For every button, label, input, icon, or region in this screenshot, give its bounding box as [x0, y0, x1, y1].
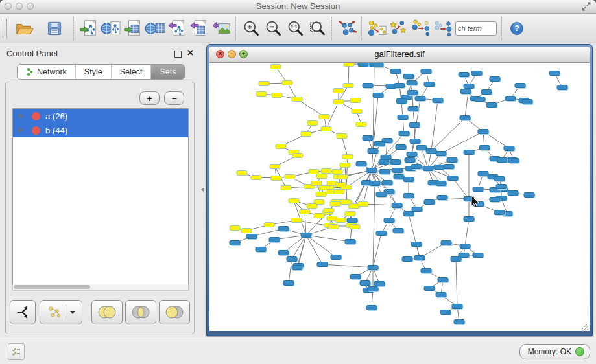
graph-node[interactable] — [358, 202, 368, 207]
graph-node[interactable] — [246, 234, 257, 239]
graph-node[interactable] — [366, 168, 377, 173]
graph-node[interactable] — [407, 91, 418, 95]
graph-edge[interactable] — [456, 259, 457, 306]
graph-node[interactable] — [292, 154, 303, 158]
graph-node[interactable] — [374, 282, 385, 286]
graph-node[interactable] — [289, 199, 299, 203]
graph-node[interactable] — [494, 177, 505, 181]
tab-select[interactable]: Select — [112, 65, 152, 79]
graph-edge[interactable] — [373, 233, 381, 267]
graph-node[interactable] — [340, 200, 351, 205]
close-panel-button[interactable]: ✕ — [187, 48, 194, 58]
graph-edge[interactable] — [297, 99, 324, 117]
graph-node[interactable] — [311, 181, 322, 186]
graph-edge[interactable] — [297, 235, 306, 267]
graph-node[interactable] — [508, 159, 519, 163]
graph-node[interactable] — [436, 152, 446, 156]
graph-node[interactable] — [392, 168, 403, 173]
graph-node[interactable] — [330, 202, 340, 207]
graph-node[interactable] — [370, 181, 380, 186]
graph-node[interactable] — [479, 146, 490, 150]
graph-node[interactable] — [301, 132, 311, 137]
graph-node[interactable] — [237, 171, 247, 176]
graph-node[interactable] — [473, 253, 483, 258]
graph-node[interactable] — [414, 256, 425, 260]
graph-node[interactable] — [402, 257, 412, 262]
graph-node[interactable] — [459, 73, 469, 77]
graph-node[interactable] — [490, 198, 500, 202]
set-intersection-button[interactable] — [125, 300, 156, 324]
graph-node[interactable] — [524, 193, 534, 198]
graph-node[interactable] — [407, 81, 417, 85]
graph-node[interactable] — [278, 251, 289, 255]
graph-node[interactable] — [392, 203, 402, 208]
graph-node[interactable] — [409, 123, 420, 128]
graph-node[interactable] — [478, 172, 488, 176]
graph-edge[interactable] — [409, 214, 420, 258]
graph-edge[interactable] — [292, 235, 306, 259]
graph-node[interactable] — [508, 191, 518, 196]
graph-node[interactable] — [281, 186, 291, 190]
graph-node[interactable] — [454, 320, 464, 324]
task-history-button[interactable] — [8, 343, 25, 360]
graph-node[interactable] — [394, 84, 405, 88]
graph-node[interactable] — [316, 174, 327, 179]
graph-node[interactable] — [314, 214, 324, 218]
graph-node[interactable] — [333, 89, 344, 93]
graph-node[interactable] — [396, 99, 407, 104]
graph-node[interactable] — [549, 71, 560, 76]
graph-node[interactable] — [412, 207, 422, 212]
graph-node[interactable] — [447, 176, 458, 181]
graph-node[interactable] — [438, 278, 448, 282]
graph-node[interactable] — [444, 165, 454, 169]
graph-node[interactable] — [384, 218, 394, 223]
graph-node[interactable] — [316, 192, 326, 197]
graph-node[interactable] — [251, 176, 261, 180]
graph-node[interactable] — [494, 210, 505, 215]
graph-node[interactable] — [287, 257, 297, 262]
graph-node[interactable] — [436, 293, 446, 297]
graph-node[interactable] — [408, 107, 418, 111]
graph-node[interactable] — [464, 217, 474, 222]
graph-node[interactable] — [481, 90, 492, 95]
graph-node[interactable] — [307, 121, 318, 126]
graph-node[interactable] — [317, 262, 328, 267]
set-difference-button[interactable] — [159, 300, 190, 324]
graph-node[interactable] — [436, 181, 446, 186]
graph-node[interactable] — [522, 100, 532, 104]
graph-node[interactable] — [424, 200, 435, 205]
graph-node[interactable] — [342, 155, 353, 159]
remove-set-button[interactable]: − — [164, 91, 184, 105]
graph-edge[interactable] — [348, 64, 349, 85]
graph-node[interactable] — [373, 93, 383, 98]
graph-node[interactable] — [410, 139, 420, 144]
network-graph[interactable] — [209, 63, 590, 331]
graph-node[interactable] — [292, 266, 302, 270]
graph-node[interactable] — [403, 74, 414, 79]
graph-node[interactable] — [478, 130, 488, 134]
graph-node[interactable] — [496, 185, 507, 189]
graph-node[interactable] — [473, 187, 483, 192]
import-network-file-button[interactable] — [78, 17, 100, 40]
dropdown-arrow-icon[interactable] — [70, 311, 75, 314]
graph-node[interactable] — [328, 225, 339, 229]
graph-node[interactable] — [366, 306, 377, 310]
graph-node[interactable] — [515, 84, 525, 88]
graph-node[interactable] — [505, 97, 516, 101]
graph-node[interactable] — [403, 177, 414, 182]
graph-node[interactable] — [411, 165, 422, 169]
graph-node[interactable] — [230, 226, 240, 231]
graph-node[interactable] — [360, 281, 370, 286]
network-canvas[interactable] — [209, 63, 590, 331]
memory-status-button[interactable]: Memory: OK — [519, 344, 590, 359]
graph-node[interactable] — [358, 63, 368, 67]
graph-node[interactable] — [379, 170, 390, 174]
expand-triangle-icon[interactable] — [19, 128, 23, 133]
graph-node[interactable] — [321, 127, 331, 131]
tab-style[interactable]: Style — [76, 65, 112, 79]
graph-node[interactable] — [345, 212, 355, 216]
graph-edge[interactable] — [342, 136, 348, 157]
graph-node[interactable] — [421, 269, 431, 273]
graph-node[interactable] — [451, 257, 461, 262]
graph-node[interactable] — [264, 223, 274, 227]
